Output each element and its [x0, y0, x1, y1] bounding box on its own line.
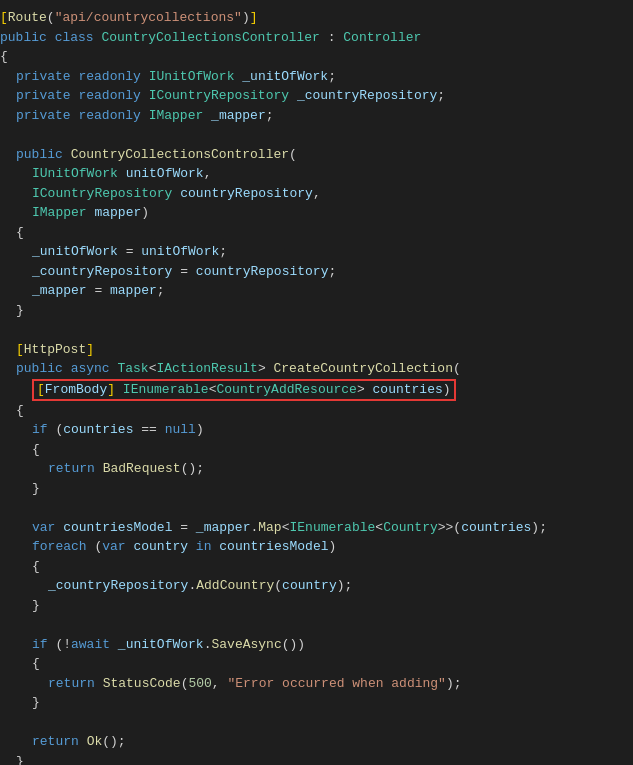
code-line: { [0, 223, 633, 243]
token-plain: ; [437, 88, 445, 103]
code-line [0, 125, 633, 145]
token-param: countriesModel [219, 539, 328, 554]
token-keyword: var [102, 539, 125, 554]
token-plain: ( [47, 10, 55, 25]
token-interface: IUnitOfWork [149, 69, 235, 84]
token-keyword: private [16, 88, 71, 103]
token-plain: ) [329, 539, 337, 554]
token-plain: == [133, 422, 164, 437]
token-method: SaveAsync [211, 637, 281, 652]
code-line: private readonly IUnitOfWork _unitOfWork… [0, 67, 633, 87]
token-type: CountryCollectionsController [101, 30, 319, 45]
token-method: StatusCode [103, 676, 181, 691]
token-plain: ; [219, 244, 227, 259]
code-line: { [0, 557, 633, 577]
token-plain: ; [328, 69, 336, 84]
code-line: private readonly ICountryRepository _cou… [0, 86, 633, 106]
token-plain: : [320, 30, 343, 45]
token-plain [110, 637, 118, 652]
token-keyword: null [165, 422, 196, 437]
token-param: countries [63, 422, 133, 437]
token-plain [203, 108, 211, 123]
token-keyword: return [32, 734, 79, 749]
token-param: unitOfWork [126, 166, 204, 181]
code-line: [HttpPost] [0, 340, 633, 360]
token-interface: ICountryRepository [149, 88, 289, 103]
token-keyword: readonly [78, 69, 140, 84]
token-plain [95, 676, 103, 691]
code-line: } [0, 479, 633, 499]
token-param: country [133, 539, 188, 554]
token-method: Route [8, 10, 47, 25]
code-line: } [0, 752, 633, 765]
token-param: mapper [110, 283, 157, 298]
token-param: countries [461, 520, 531, 535]
token-plain [63, 147, 71, 162]
token-param: _unitOfWork [32, 244, 118, 259]
token-param: countryRepository [196, 264, 329, 279]
token-plain: ); [446, 676, 462, 691]
token-param: _mapper [32, 283, 87, 298]
token-plain [289, 88, 297, 103]
token-plain: = [172, 264, 195, 279]
code-line: IUnitOfWork unitOfWork, [0, 164, 633, 184]
token-method: HttpPost [24, 342, 86, 357]
token-plain: (! [48, 637, 71, 652]
token-plain: ( [274, 578, 282, 593]
token-plain: = [87, 283, 110, 298]
token-plain: } [16, 754, 24, 765]
token-interface: ICountryRepository [32, 186, 172, 201]
code-line: return BadRequest(); [0, 459, 633, 479]
code-line: ICountryRepository countryRepository, [0, 184, 633, 204]
code-line: IMapper mapper) [0, 203, 633, 223]
token-bracket: ] [250, 10, 258, 25]
token-plain: ) [196, 422, 204, 437]
code-line: { [0, 440, 633, 460]
code-line: { [0, 401, 633, 421]
token-plain [141, 88, 149, 103]
token-plain [118, 166, 126, 181]
token-type: Country [383, 520, 438, 535]
token-keyword: public [16, 361, 63, 376]
token-plain: { [32, 442, 40, 457]
token-plain [79, 734, 87, 749]
token-method: AddCountry [196, 578, 274, 593]
token-plain: ; [157, 283, 165, 298]
code-line [0, 713, 633, 733]
token-plain: { [16, 403, 24, 418]
code-line: } [0, 596, 633, 616]
token-plain: { [32, 559, 40, 574]
token-plain: } [16, 303, 24, 318]
token-method: CountryCollectionsController [71, 147, 289, 162]
token-plain: } [32, 598, 40, 613]
token-keyword: async [71, 361, 110, 376]
token-plain: , [313, 186, 321, 201]
token-param: _unitOfWork [242, 69, 328, 84]
token-param: _mapper [211, 108, 266, 123]
token-plain: ; [266, 108, 274, 123]
code-line: } [0, 301, 633, 321]
code-line [0, 320, 633, 340]
token-method: Map [258, 520, 281, 535]
token-plain: ( [289, 147, 297, 162]
token-string: "api/countrycollections" [55, 10, 242, 25]
token-plain: ( [48, 422, 64, 437]
code-line: if (countries == null) [0, 420, 633, 440]
code-line: foreach (var country in countriesModel) [0, 537, 633, 557]
code-line: return Ok(); [0, 732, 633, 752]
token-plain [95, 461, 103, 476]
token-plain: (); [181, 461, 204, 476]
token-param: unitOfWork [141, 244, 219, 259]
token-plain: ) [141, 205, 149, 220]
token-plain: ); [337, 578, 353, 593]
token-param: mapper [94, 205, 141, 220]
token-plain: { [32, 656, 40, 671]
token-plain: ); [531, 520, 547, 535]
token-plain [188, 539, 196, 554]
code-line: public class CountryCollectionsControlle… [0, 28, 633, 48]
token-plain: { [16, 225, 24, 240]
token-keyword: var [32, 520, 55, 535]
token-keyword: readonly [78, 88, 140, 103]
token-param: countriesModel [63, 520, 172, 535]
token-plain [141, 69, 149, 84]
